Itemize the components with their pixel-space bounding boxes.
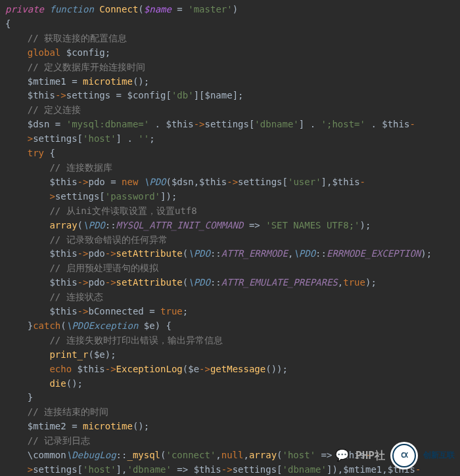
- string-dbname: 'dbname': [283, 464, 327, 475]
- class-pdo: \PDO: [293, 248, 315, 259]
- string-connect: 'connect': [166, 450, 216, 460]
- string-host-field: 'host': [83, 133, 116, 144]
- function-name: Connect: [99, 4, 138, 14]
- fn-setattribute: setAttribute: [116, 277, 183, 288]
- var: $dsn: [28, 119, 50, 129]
- arrow: ->: [221, 464, 233, 475]
- var: $this: [166, 119, 193, 129]
- keyword-function: function: [49, 4, 93, 14]
- arrow: ->: [78, 248, 89, 259]
- code-block: private function Connect($name = 'master…: [0, 0, 460, 476]
- dash: -: [360, 177, 365, 187]
- var: $name: [205, 90, 233, 100]
- var: $mtime2: [28, 421, 66, 431]
- fn-getmessage: getMessage: [210, 364, 265, 374]
- class-pdo: \PDO: [144, 177, 166, 187]
- string-host-key: 'host': [283, 450, 316, 460]
- string-password: 'password': [105, 191, 160, 202]
- var: $this: [194, 464, 221, 475]
- string-host-field: 'host': [83, 464, 116, 475]
- keyword-global: global: [28, 47, 61, 58]
- arrow: ->: [199, 364, 210, 374]
- var: $e: [144, 320, 155, 331]
- comment: // 记录到日志: [28, 435, 90, 446]
- param-name: $name: [144, 4, 172, 14]
- comment: // 记录致命错误的任何异常: [49, 234, 167, 245]
- prop: settings: [66, 90, 110, 100]
- fn-microtime: microtime: [83, 421, 133, 431]
- var: $this: [49, 277, 77, 288]
- string-user: 'user': [288, 177, 321, 187]
- ns-common: \common: [28, 450, 66, 460]
- keyword-try: try: [28, 148, 44, 158]
- string-db: 'db': [172, 90, 194, 100]
- keyword-true: true: [160, 306, 183, 316]
- class-pdo: \PDO: [83, 220, 105, 230]
- var: $this: [382, 119, 409, 129]
- arrow: ->: [194, 119, 205, 129]
- const-mysql-attr: MYSQL_ATTR_INIT_COMMAND: [116, 220, 244, 230]
- prop: settings: [33, 133, 77, 144]
- paren: (: [138, 4, 143, 14]
- class-pdo: \PDO: [188, 248, 210, 259]
- arrow: ->: [105, 364, 116, 374]
- string-empty: '': [138, 133, 149, 144]
- string-dbname-key: 'dbname': [127, 464, 171, 475]
- fn-microtime: microtime: [83, 76, 133, 87]
- fn-print-r: print_r: [49, 349, 88, 360]
- fn-die: die: [49, 378, 66, 389]
- class-pdoexception: \PDOException: [66, 320, 139, 331]
- fn-setattribute: setAttribute: [116, 248, 183, 259]
- fn-array: array: [249, 450, 277, 460]
- var: $this: [49, 306, 77, 316]
- fn-array: array: [49, 220, 77, 230]
- company-text: 创新互联: [423, 448, 455, 463]
- var: $config: [66, 47, 105, 58]
- const-attr-emulate: ATTR_EMULATE_PREPARES: [221, 277, 338, 288]
- var: $mtime1: [28, 76, 66, 87]
- fn-mysql: _mysql: [127, 450, 160, 460]
- var: $this: [28, 90, 55, 100]
- string-dbname: 'dbname': [254, 119, 298, 129]
- company-logo: CX: [390, 442, 418, 469]
- prop: pdo: [88, 277, 104, 288]
- arrow: ->: [227, 177, 238, 187]
- keyword-catch: catch: [33, 320, 60, 331]
- prop: settings: [33, 464, 77, 475]
- arrow: ->: [78, 177, 89, 187]
- arrow: ->: [105, 248, 116, 259]
- var: $dsn: [172, 177, 194, 187]
- comment: // 定义数据库开始连接时间: [28, 62, 145, 72]
- arrow: ->: [105, 277, 116, 288]
- comment: // 获取连接的配置信息: [28, 33, 127, 43]
- paren: ): [233, 4, 238, 14]
- prop: pdo: [88, 248, 104, 259]
- string-master: 'master': [188, 4, 232, 14]
- fn-exceptionlog: ExceptionLog: [116, 364, 183, 374]
- prop: settings: [204, 119, 248, 129]
- const-attr-errmode: ATTR_ERRMODE: [221, 248, 288, 259]
- prop: settings: [233, 464, 277, 475]
- string-setnames: 'SET NAMES UTF8;': [265, 220, 359, 230]
- var: $this: [332, 177, 359, 187]
- var: $this: [78, 364, 105, 374]
- const-errmode-exception: ERRMODE_EXCEPTION: [327, 248, 421, 259]
- comment: // 启用预处理语句的模拟: [49, 263, 158, 273]
- prop: pdo: [88, 177, 104, 187]
- prop: settings: [238, 177, 282, 187]
- var: $e: [188, 364, 199, 374]
- logo-inner: CX: [392, 444, 416, 467]
- var: $e: [94, 349, 105, 360]
- php-text-badge: PHP社: [356, 448, 385, 463]
- comment: // 定义连接: [28, 104, 81, 115]
- dash: -: [409, 119, 415, 129]
- keyword-new: new: [122, 177, 138, 187]
- comment: // 连接失败时打印出错误，输出异常信息: [49, 335, 222, 345]
- var: $this: [199, 177, 227, 187]
- wechat-icon: 💬: [333, 447, 350, 464]
- brace-open: {: [5, 18, 11, 29]
- prop: bConnected: [88, 306, 143, 316]
- keyword-null: null: [221, 450, 244, 460]
- var: $config: [127, 90, 166, 100]
- keyword-echo: echo: [49, 364, 72, 374]
